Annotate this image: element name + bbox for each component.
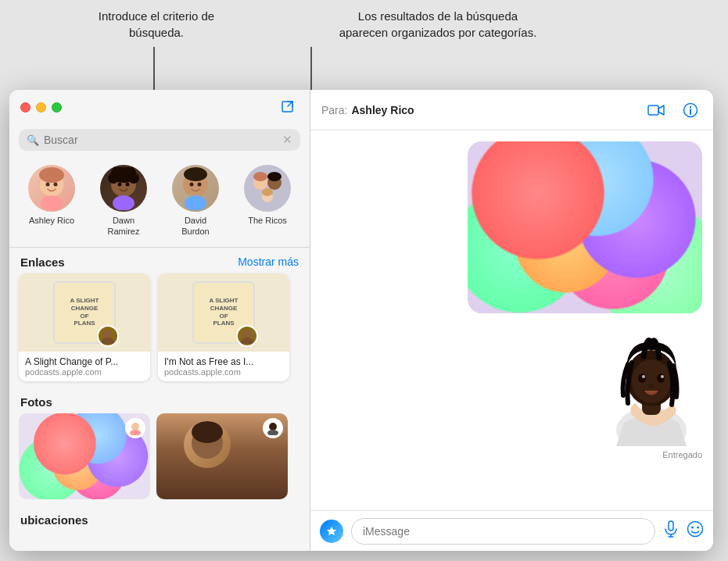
enlaces-section-header: Enlaces Mostrar más <box>9 252 310 273</box>
message-image-macarons <box>468 141 702 313</box>
svg-point-32 <box>131 423 139 431</box>
compose-button[interactable] <box>277 96 299 118</box>
svg-point-45 <box>632 359 671 403</box>
recipient-name: Ashley Rico <box>351 104 414 116</box>
ubicaciones-title: ubicaciones <box>20 513 88 527</box>
fotos-section-header: Fotos <box>9 392 310 413</box>
link-card-image-1: A SLIGHTCHANGEOFPLANS <box>19 273 150 352</box>
svg-point-37 <box>267 430 278 435</box>
link-card-image-2: A SLIGHTCHANGEOFPLANS <box>158 273 289 352</box>
maximize-button[interactable] <box>52 102 62 113</box>
svg-rect-38 <box>648 105 658 115</box>
links-row: A SLIGHTCHANGEOFPLANS A Slight Change of… <box>9 273 310 392</box>
divider-1 <box>9 247 310 248</box>
chat-header-to: Para: Ashley Rico <box>321 104 414 116</box>
sidebar-titlebar <box>9 90 310 124</box>
podcast-avatar-2 <box>236 325 258 347</box>
audio-icon[interactable] <box>663 520 679 541</box>
photo-person[interactable] <box>156 413 288 499</box>
memoji-bubble <box>601 323 702 448</box>
app-window: 🔍 ✕ <box>9 90 713 551</box>
avatar-dawn <box>100 165 147 212</box>
contact-ricos[interactable]: The Ricos <box>237 165 298 238</box>
svg-point-48 <box>642 375 645 378</box>
minimize-button[interactable] <box>36 102 46 113</box>
link-domain-1: podcasts.apple.com <box>25 367 144 377</box>
enlaces-title: Enlaces <box>20 255 65 269</box>
svg-point-18 <box>184 167 207 181</box>
fotos-title: Fotos <box>20 395 52 409</box>
svg-point-25 <box>267 172 282 181</box>
chat-messages: Entregado <box>310 130 713 510</box>
svg-point-15 <box>125 182 129 186</box>
person-face <box>184 421 231 468</box>
contacts-row: Ashley Rico <box>9 159 310 247</box>
photos-row <box>9 413 310 510</box>
svg-point-6 <box>39 167 64 183</box>
link-card-2[interactable]: A SLIGHTCHANGEOFPLANS I'm Not as Free as… <box>158 273 289 381</box>
avatar-david <box>172 165 219 212</box>
svg-point-16 <box>113 195 134 210</box>
svg-line-3 <box>288 102 292 106</box>
memoji-container: Entregado <box>601 323 702 459</box>
annotation-left: Introduce el criterio de búsqueda. <box>94 8 219 41</box>
chat-header-icons <box>644 98 702 122</box>
svg-rect-51 <box>669 521 673 531</box>
chat-panel: Para: Ashley Rico <box>310 90 713 551</box>
podcast-avatar-1 <box>97 325 119 347</box>
svg-point-27 <box>262 188 273 196</box>
svg-point-14 <box>117 182 121 186</box>
to-label: Para: <box>321 104 347 116</box>
svg-point-56 <box>697 526 699 528</box>
contact-david[interactable]: DavidBurdon <box>165 165 226 238</box>
podcast-text-2: A SLIGHTCHANGEOFPLANS <box>209 297 238 327</box>
svg-point-36 <box>269 423 277 431</box>
avatar-ricos <box>244 165 291 212</box>
link-domain-2: podcasts.apple.com <box>164 367 283 377</box>
photo-overlay-avatar-1 <box>125 418 145 438</box>
link-title-2: I'm Not as Free as I... <box>164 356 283 367</box>
contact-dawn[interactable]: DawnRamirez <box>93 165 154 238</box>
app-store-button[interactable] <box>320 520 343 543</box>
svg-point-50 <box>648 384 654 388</box>
svg-point-54 <box>688 521 703 536</box>
clear-search-icon[interactable]: ✕ <box>282 133 292 147</box>
delivered-label: Entregado <box>662 450 702 459</box>
link-card-1[interactable]: A SLIGHTCHANGEOFPLANS A Slight Change of… <box>19 273 150 381</box>
message-input[interactable] <box>351 518 655 545</box>
chat-header: Para: Ashley Rico <box>310 90 713 130</box>
sidebar: 🔍 ✕ <box>9 90 310 551</box>
contact-name-dawn: DawnRamirez <box>108 215 140 238</box>
search-icon: 🔍 <box>27 134 39 146</box>
info-button[interactable] <box>679 98 702 122</box>
annotation-right: Los resultados de la búsqueda aparecen o… <box>336 8 540 41</box>
svg-point-33 <box>130 430 141 435</box>
photo-overlay-avatar-2 <box>263 418 283 438</box>
svg-point-23 <box>253 172 267 181</box>
svg-point-41 <box>690 105 691 107</box>
podcast-cover-1: A SLIGHTCHANGEOFPLANS <box>53 281 116 344</box>
emoji-button[interactable] <box>687 520 704 542</box>
close-button[interactable] <box>20 102 30 113</box>
svg-point-29 <box>102 338 114 344</box>
svg-point-13 <box>128 173 139 184</box>
svg-point-55 <box>691 526 694 528</box>
video-call-button[interactable] <box>644 98 668 122</box>
link-card-info-1: A Slight Change of P... podcasts.apple.c… <box>19 352 150 381</box>
search-input[interactable] <box>44 134 278 146</box>
macarons-msg-inner <box>468 141 702 313</box>
photo-macarons[interactable] <box>19 413 150 499</box>
svg-point-9 <box>41 195 63 210</box>
link-card-info-2: I'm Not as Free as I... podcasts.apple.c… <box>158 352 289 381</box>
contact-ashley[interactable]: Ashley Rico <box>21 165 82 238</box>
contact-name-ashley: Ashley Rico <box>29 215 74 226</box>
svg-point-31 <box>241 338 253 344</box>
avatar-ashley <box>28 165 75 212</box>
mostrar-mas-button[interactable]: Mostrar más <box>238 255 299 268</box>
ubicaciones-section-header: ubicaciones <box>9 510 310 532</box>
podcast-cover-2: A SLIGHTCHANGEOFPLANS <box>192 281 255 344</box>
svg-point-21 <box>185 195 206 210</box>
svg-point-46 <box>638 373 646 383</box>
svg-point-7 <box>45 182 49 186</box>
chat-input-bar <box>310 510 713 551</box>
